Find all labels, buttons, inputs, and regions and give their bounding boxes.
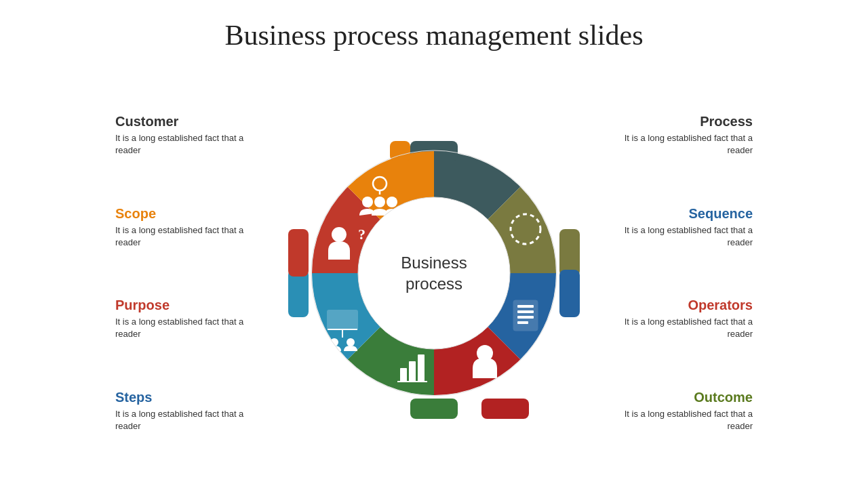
purpose-title: Purpose	[115, 298, 170, 313]
svg-rect-24	[288, 270, 309, 317]
operators-desc: It is a long established fact that a rea…	[604, 316, 753, 340]
label-process: Process It is a long established fact th…	[604, 114, 753, 157]
svg-rect-19	[410, 399, 458, 419]
outcome-title: Outcome	[694, 390, 753, 405]
customer-title: Customer	[115, 114, 178, 129]
label-steps: Steps It is a long established fact that…	[115, 390, 264, 432]
label-outcome: Outcome It is a long established fact th…	[604, 390, 753, 432]
label-customer: Customer It is a long established fact t…	[115, 114, 264, 157]
right-labels: Process It is a long established fact th…	[604, 107, 753, 439]
scope-title: Scope	[115, 206, 156, 222]
page-title: Business process management slides	[224, 19, 643, 52]
label-operators: Operators It is a long established fact …	[604, 298, 753, 340]
svg-rect-15	[517, 316, 534, 319]
svg-point-31	[332, 227, 347, 242]
svg-point-36	[362, 197, 373, 207]
outcome-desc: It is a long established fact that a rea…	[604, 408, 753, 432]
main-content: Customer It is a long established fact t…	[0, 58, 868, 488]
svg-point-37	[374, 197, 385, 207]
sequence-title: Sequence	[689, 206, 753, 222]
center-label: Business process	[383, 252, 485, 294]
svg-rect-9	[559, 229, 580, 277]
svg-rect-14	[517, 310, 534, 313]
svg-rect-11	[559, 270, 580, 317]
label-sequence: Sequence It is a long established fact t…	[604, 206, 753, 249]
steps-title: Steps	[115, 390, 152, 405]
label-purpose: Purpose It is a long established fact th…	[115, 298, 264, 340]
sequence-desc: It is a long established fact that a rea…	[604, 224, 753, 249]
svg-rect-13	[517, 305, 534, 308]
label-scope: Scope It is a long established fact that…	[115, 206, 264, 249]
svg-rect-25	[328, 310, 357, 329]
svg-rect-22	[418, 354, 425, 382]
process-desc: It is a long established fact that a rea…	[604, 132, 753, 157]
operators-title: Operators	[688, 298, 753, 313]
process-title: Process	[700, 114, 753, 129]
svg-text:?: ?	[358, 226, 366, 243]
svg-rect-12	[513, 300, 538, 331]
left-labels: Customer It is a long established fact t…	[115, 107, 264, 439]
customer-desc: It is a long established fact that a rea…	[115, 132, 264, 157]
purpose-desc: It is a long established fact that a rea…	[115, 316, 264, 340]
svg-rect-21	[409, 361, 416, 382]
svg-rect-30	[288, 229, 309, 277]
svg-rect-16	[517, 321, 528, 324]
gear-diagram: ?	[278, 117, 590, 429]
svg-rect-20	[400, 368, 407, 382]
steps-desc: It is a long established fact that a rea…	[115, 408, 264, 432]
scope-desc: It is a long established fact that a rea…	[115, 224, 264, 249]
svg-rect-17	[481, 399, 529, 419]
svg-point-38	[387, 197, 397, 207]
svg-rect-33	[390, 141, 410, 161]
svg-point-29	[347, 338, 355, 346]
